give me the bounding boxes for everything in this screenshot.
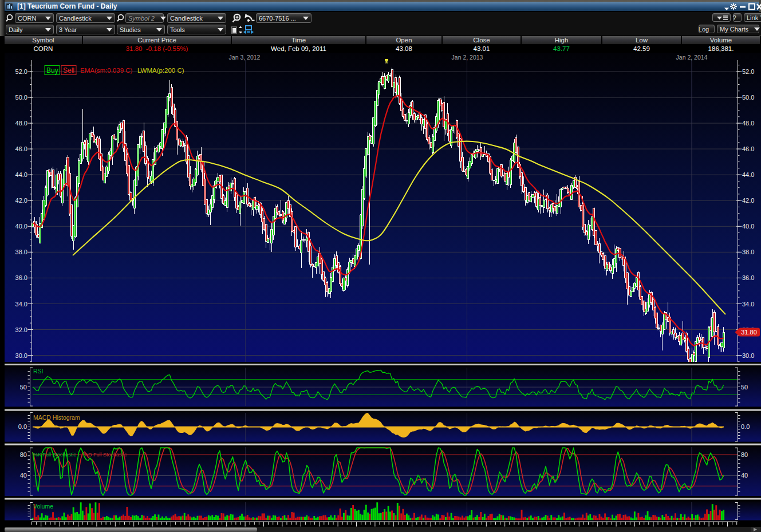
svg-text:RSI: RSI	[33, 368, 44, 375]
svg-text:EMA(sm:0.039 C): EMA(sm:0.039 C)	[80, 67, 133, 74]
svg-text:40: 40	[741, 472, 748, 479]
svg-text:32.0: 32.0	[15, 326, 27, 333]
svg-text:52.0: 52.0	[742, 68, 754, 75]
svg-text:46.0: 46.0	[15, 145, 27, 152]
svg-text:%D Full Stochastic: %D Full Stochastic	[84, 452, 127, 458]
svg-text:40: 40	[20, 472, 27, 479]
svg-text:40.0: 40.0	[742, 223, 754, 230]
svg-text:50: 50	[741, 384, 748, 391]
svg-text:Volume: Volume	[33, 503, 53, 510]
svg-text:Jan 3, 2012: Jan 3, 2012	[229, 54, 261, 61]
svg-text:Jan 2, 2014: Jan 2, 2014	[676, 54, 708, 61]
svg-text:36.0: 36.0	[742, 274, 754, 281]
svg-text:48.0: 48.0	[15, 120, 27, 127]
svg-text:Jan 2, 2013: Jan 2, 2013	[452, 54, 483, 61]
svg-text:52.0: 52.0	[15, 68, 27, 75]
svg-text:Sell: Sell	[63, 66, 74, 74]
svg-text:50: 50	[20, 384, 27, 391]
svg-text:50.0: 50.0	[15, 94, 27, 101]
svg-text:31.80: 31.80	[741, 329, 757, 336]
svg-text:30.0: 30.0	[15, 352, 27, 359]
svg-text:38.0: 38.0	[15, 249, 27, 255]
svg-text:44.0: 44.0	[742, 171, 754, 178]
svg-text:MACD Histogram: MACD Histogram	[33, 414, 80, 421]
svg-text:Buy: Buy	[46, 66, 58, 74]
svg-text:42.0: 42.0	[15, 197, 27, 204]
svg-text:80: 80	[741, 451, 748, 458]
svg-text:0.0: 0.0	[741, 423, 750, 430]
svg-text:50.0: 50.0	[742, 94, 754, 101]
svg-text:%K Full Stochastic: %K Full Stochastic	[33, 452, 77, 458]
svg-text:80: 80	[20, 451, 27, 458]
svg-text:30.0: 30.0	[742, 352, 754, 359]
svg-text:LWMA(p:200 C): LWMA(p:200 C)	[137, 67, 184, 74]
svg-text:0.0: 0.0	[18, 423, 27, 430]
svg-text:44.0: 44.0	[15, 171, 27, 178]
svg-text:34.0: 34.0	[742, 301, 754, 308]
svg-text:38.0: 38.0	[742, 249, 754, 255]
svg-text:48.0: 48.0	[742, 120, 754, 127]
svg-text:46.0: 46.0	[742, 145, 754, 152]
svg-text:36.0: 36.0	[15, 274, 27, 281]
svg-text:B: B	[385, 60, 388, 65]
svg-text:34.0: 34.0	[15, 301, 27, 308]
svg-text:40.0: 40.0	[15, 223, 27, 230]
svg-text:42.0: 42.0	[742, 197, 754, 204]
